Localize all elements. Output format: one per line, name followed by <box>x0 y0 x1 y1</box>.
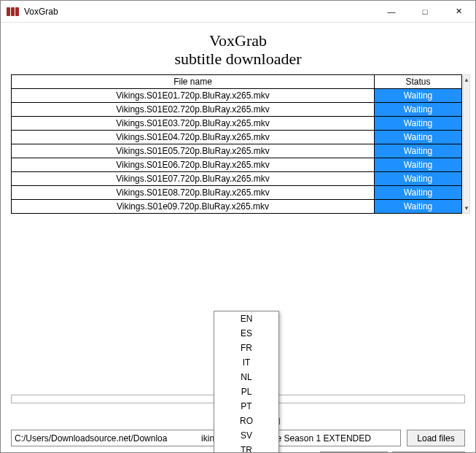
status-cell: Waiting <box>375 116 462 130</box>
folder-path-input[interactable] <box>11 430 401 446</box>
app-header: VoxGrab subtitle downloader <box>11 31 465 69</box>
table-row[interactable]: Vikings.S01E01.720p.BluRay.x265.mkvWaiti… <box>12 88 462 102</box>
table-row[interactable]: Vikings.S01E03.720p.BluRay.x265.mkvWaiti… <box>12 116 462 130</box>
files-table: File name Status Vikings.S01E01.720p.Blu… <box>11 74 462 214</box>
status-cell: Waiting <box>375 130 462 144</box>
table-row[interactable]: Vikings.S01E02.720p.BluRay.x265.mkvWaiti… <box>12 102 462 116</box>
table-row[interactable]: Vikings.S01E04.720p.BluRay.x265.mkvWaiti… <box>12 130 462 144</box>
status-cell: Waiting <box>375 199 462 213</box>
table-row[interactable]: Vikings.S01e09.720p.BluRay.x265.mkvWaiti… <box>12 199 462 213</box>
minimize-button[interactable]: ― <box>375 1 408 23</box>
language-option[interactable]: PL <box>214 384 278 399</box>
language-option[interactable]: SV <box>214 428 278 443</box>
col-header-status[interactable]: Status <box>375 74 462 88</box>
file-cell: Vikings.S01E08.720p.BluRay.x265.mkv <box>12 185 375 199</box>
status-cell: Waiting <box>375 185 462 199</box>
status-cell: Waiting <box>375 158 462 171</box>
file-cell: Vikings.S01e09.720p.BluRay.x265.mkv <box>12 199 375 213</box>
language-option[interactable]: EN <box>214 311 278 326</box>
language-option[interactable]: IT <box>214 355 278 370</box>
language-option[interactable]: NL <box>214 370 278 384</box>
table-row[interactable]: Vikings.S01E05.720p.BluRay.x265.mkvWaiti… <box>12 144 462 158</box>
language-dropdown-menu: ENESFRITNLPLPTROSVTR <box>214 311 279 453</box>
window-controls: ― □ ✕ <box>375 1 475 23</box>
language-option[interactable]: TR <box>214 443 278 453</box>
app-subtitle: subtitle downloader <box>11 50 465 68</box>
file-cell: Vikings.S01E03.720p.BluRay.x265.mkv <box>12 116 375 130</box>
language-option[interactable]: FR <box>214 341 278 355</box>
table-row[interactable]: Vikings.S01E07.720p.BluRay.x265.mkvWaiti… <box>12 171 462 185</box>
table-row[interactable]: Vikings.S01E06.720p.BluRay.x265.mkvWaiti… <box>12 158 462 171</box>
close-button[interactable]: ✕ <box>442 1 475 23</box>
window-title: VoxGrab <box>24 7 58 17</box>
load-files-button[interactable]: Load files <box>407 430 465 446</box>
file-cell: Vikings.S01E04.720p.BluRay.x265.mkv <box>12 130 375 144</box>
file-cell: Vikings.S01E05.720p.BluRay.x265.mkv <box>12 144 375 158</box>
status-cell: Waiting <box>375 171 462 185</box>
file-cell: Vikings.S01E02.720p.BluRay.x265.mkv <box>12 102 375 116</box>
language-option[interactable]: ES <box>214 326 278 341</box>
status-cell: Waiting <box>375 144 462 158</box>
col-header-file[interactable]: File name <box>12 74 375 88</box>
status-cell: Waiting <box>375 88 462 102</box>
file-cell: Vikings.S01E06.720p.BluRay.x265.mkv <box>12 158 375 171</box>
file-cell: Vikings.S01E01.720p.BluRay.x265.mkv <box>12 88 375 102</box>
scroll-down-icon[interactable]: ▼ <box>464 205 469 212</box>
app-title: VoxGrab <box>11 31 465 50</box>
language-option[interactable]: RO <box>214 414 278 428</box>
scroll-up-icon[interactable]: ▲ <box>464 77 469 83</box>
status-cell: Waiting <box>375 102 462 116</box>
vertical-scrollbar[interactable]: ▲ ▼ <box>463 74 470 214</box>
table-row[interactable]: Vikings.S01E08.720p.BluRay.x265.mkvWaiti… <box>12 185 462 199</box>
app-icon <box>7 7 20 16</box>
title-bar: VoxGrab ― □ ✕ <box>1 1 475 23</box>
maximize-button[interactable]: □ <box>408 1 442 23</box>
language-option[interactable]: PT <box>214 399 278 414</box>
file-cell: Vikings.S01E07.720p.BluRay.x265.mkv <box>12 171 375 185</box>
